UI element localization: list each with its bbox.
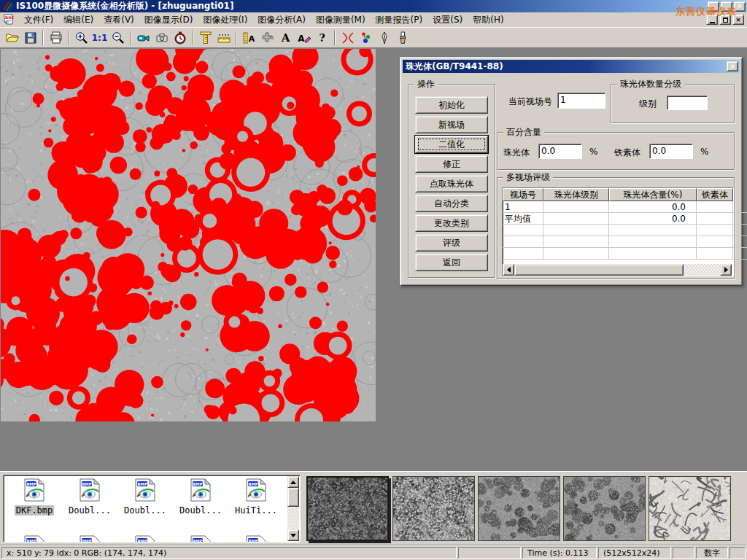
ruler-icon[interactable] xyxy=(214,29,233,47)
open-icon[interactable] xyxy=(3,29,21,47)
menu-edit[interactable]: 编辑(E) xyxy=(58,12,98,28)
grid-icon[interactable] xyxy=(258,29,276,47)
pearlite-percent-input[interactable]: 0.0 xyxy=(538,144,582,159)
menu-image-display[interactable]: 图像显示(D) xyxy=(139,12,198,28)
file-item[interactable]: BMP Doubl... xyxy=(174,478,227,516)
file-item[interactable]: BMP DKF.bmp xyxy=(8,478,61,516)
dialog-title-bar[interactable]: 珠光体(GB/T9441-88) × xyxy=(403,60,740,73)
col-pearlite-grade[interactable]: 珠光体级别 xyxy=(543,188,609,201)
menu-file[interactable]: 文件(F) xyxy=(19,12,58,28)
pick-pearlite-button[interactable]: 点取珠光体 xyxy=(415,175,488,192)
thumbnail-5[interactable] xyxy=(649,476,731,541)
zoom-out-icon[interactable] xyxy=(109,29,127,47)
file-item[interactable]: BMP xyxy=(63,535,116,542)
scroll-down-button[interactable] xyxy=(287,529,299,541)
browser-panel: BMP DKF.bmp BMP Doubl... BMP Doubl... BM… xyxy=(0,471,747,545)
ferrite-percent-input[interactable]: 0.0 xyxy=(649,144,693,159)
save-icon[interactable] xyxy=(21,29,39,47)
timer-icon[interactable] xyxy=(171,29,189,47)
text-icon[interactable]: A xyxy=(276,29,295,47)
file-name[interactable]: DKF.bmp xyxy=(15,505,55,516)
points-icon[interactable] xyxy=(357,29,375,47)
auto-classify-button[interactable]: 自动分类 xyxy=(415,195,488,212)
col-ferrite[interactable]: 铁素体 xyxy=(697,188,733,201)
bmp-file-icon: BMP xyxy=(190,478,212,502)
menu-view[interactable]: 查看(V) xyxy=(98,12,139,28)
table-row[interactable]: 1 0.0 xyxy=(503,201,747,213)
caliper-icon[interactable] xyxy=(196,29,214,47)
thumbnail-3[interactable] xyxy=(478,476,560,541)
scroll-thumb[interactable] xyxy=(287,488,299,507)
file-name[interactable]: Doubl... xyxy=(123,505,168,516)
table-row[interactable]: 平均值 0.0 xyxy=(503,213,747,225)
image-size-panel: (512x512x24) xyxy=(598,547,671,559)
current-view-input[interactable]: 1 xyxy=(557,93,605,109)
binarized-micrograph-image[interactable] xyxy=(1,49,376,421)
empty-panel xyxy=(673,547,694,559)
document-icon[interactable]: DOC xyxy=(3,13,16,26)
measure-text-icon[interactable]: A xyxy=(240,29,258,47)
return-button[interactable]: 返回 xyxy=(415,254,488,271)
menu-image-process[interactable]: 图像处理(I) xyxy=(198,12,252,28)
scroll-thumb[interactable] xyxy=(514,264,684,276)
thumbnail-2[interactable] xyxy=(392,476,475,541)
menu-image-measure[interactable]: 图像测量(M) xyxy=(311,12,371,28)
file-item[interactable]: BMP xyxy=(119,535,171,542)
empty-panel xyxy=(729,547,746,559)
menu-measure-report[interactable]: 测量报告(P) xyxy=(371,12,428,28)
multiview-group-label: 多视场评级 xyxy=(503,171,553,183)
menu-bar: DOC 文件(F) 编辑(E) 查看(V) 图像显示(D) 图像处理(I) 图像… xyxy=(0,12,747,28)
toolbar-separator xyxy=(236,31,237,45)
file-name[interactable]: Doubl... xyxy=(178,505,223,516)
actual-size-icon[interactable]: 1:1 xyxy=(90,29,109,47)
toolbar-separator xyxy=(68,31,69,45)
svg-text:BMP: BMP xyxy=(248,482,258,486)
file-name[interactable]: Doubl... xyxy=(67,505,112,516)
new-field-button[interactable]: 新视场 xyxy=(415,116,488,133)
change-class-button[interactable]: 更改类别 xyxy=(415,214,488,232)
curve-icon[interactable] xyxy=(338,29,357,47)
scroll-up-button[interactable] xyxy=(287,476,299,488)
grade-button[interactable]: 评级 xyxy=(415,234,488,252)
toolbar-separator xyxy=(42,31,44,45)
file-item[interactable]: BMP xyxy=(8,535,61,542)
zoom-in-icon[interactable] xyxy=(72,29,90,47)
app-logo-icon xyxy=(2,1,14,12)
init-button[interactable]: 初始化 xyxy=(415,96,488,114)
svg-text:BMP: BMP xyxy=(26,482,36,486)
operation-group-label: 操作 xyxy=(414,78,438,90)
print-icon[interactable] xyxy=(47,29,65,47)
dialog-close-button[interactable]: × xyxy=(727,61,738,71)
pen-icon[interactable] xyxy=(375,29,393,47)
thumbnail-1[interactable] xyxy=(306,476,389,541)
brush-icon[interactable] xyxy=(393,29,411,47)
camera-icon[interactable] xyxy=(152,29,171,47)
video-camera-icon[interactable] xyxy=(134,29,152,47)
menu-help[interactable]: 帮助(H) xyxy=(468,12,508,28)
file-list[interactable]: BMP DKF.bmp BMP Doubl... BMP Doubl... BM… xyxy=(3,475,301,542)
help-icon[interactable]: ? xyxy=(313,29,331,47)
col-pearlite-content[interactable]: 珠光体含量(%) xyxy=(609,188,697,201)
menu-settings[interactable]: 设置(S) xyxy=(427,12,468,28)
svg-text:A: A xyxy=(248,34,255,44)
level-input[interactable] xyxy=(667,96,708,110)
correct-button[interactable]: 修正 xyxy=(415,155,488,173)
col-field-number[interactable]: 视场号 xyxy=(503,188,543,201)
scroll-left-button[interactable] xyxy=(503,264,514,276)
file-item[interactable]: BMP Doubl... xyxy=(119,478,171,516)
file-item[interactable]: BMP Doubl... xyxy=(63,478,116,516)
file-item[interactable]: BMP xyxy=(230,535,282,542)
multiview-table[interactable]: 视场号 珠光体级别 珠光体含量(%) 铁素体 1 0.0 平均值 0.0 xyxy=(502,187,734,276)
svg-text:BMP: BMP xyxy=(26,539,36,543)
thumbnail-4[interactable] xyxy=(563,476,646,541)
file-name[interactable]: HuiTi... xyxy=(233,505,279,516)
menu-image-analysis[interactable]: 图像分析(A) xyxy=(252,12,311,28)
table-hscrollbar[interactable] xyxy=(503,264,732,276)
annotate-icon[interactable]: A xyxy=(295,29,313,47)
dialog-title-text: 珠光体(GB/T9441-88) xyxy=(406,61,503,73)
file-item[interactable]: BMP xyxy=(174,535,227,542)
binarize-button[interactable]: 二值化 xyxy=(415,136,488,153)
file-list-scrollbar[interactable] xyxy=(287,476,299,541)
file-item[interactable]: BMP HuiTi... xyxy=(230,478,282,516)
scroll-right-button[interactable] xyxy=(720,264,732,276)
